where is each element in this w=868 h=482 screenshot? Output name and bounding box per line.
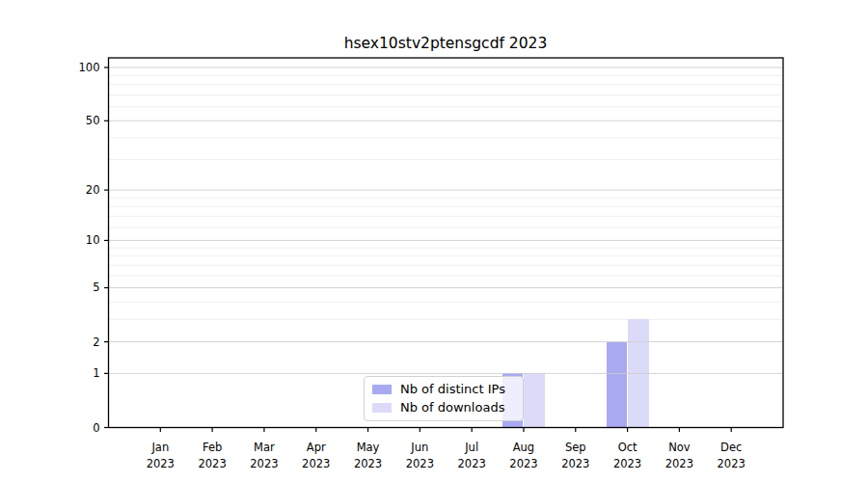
x-tick-label-month-feb: Feb	[203, 441, 222, 454]
legend-swatch-distinct-ips	[372, 385, 392, 394]
bar-downloads-aug	[524, 373, 545, 427]
x-tick-label-month-sep: Sep	[565, 441, 586, 454]
x-tick-label-month-nov: Nov	[668, 441, 691, 454]
y-tick-label-2: 2	[93, 335, 99, 349]
y-tick-label-20: 20	[86, 183, 100, 197]
x-tick-label-year-jun: 2023	[406, 457, 434, 470]
x-tick-label-month-aug: Aug	[513, 441, 534, 454]
x-tick-label-year-jul: 2023	[458, 457, 486, 470]
y-tick-label-100: 100	[79, 61, 100, 74]
plot-border	[109, 58, 784, 428]
x-tick-label-year-apr: 2023	[302, 457, 330, 470]
legend-item-distinct-ips: Nb of distinct IPs	[372, 383, 523, 397]
y-tick-label-0: 0	[93, 421, 99, 435]
x-tick-label-month-mar: Mar	[254, 441, 275, 454]
x-tick-label-year-may: 2023	[354, 457, 382, 470]
y-tick-label-50: 50	[86, 114, 100, 127]
x-tick-label-month-dec: Dec	[720, 441, 742, 454]
legend-swatch-downloads	[372, 403, 392, 413]
x-tick-label-year-feb: 2023	[198, 457, 226, 470]
y-tick-label-1: 1	[93, 366, 99, 380]
x-tick-label-year-jan: 2023	[147, 457, 175, 470]
bar-distinct-ips-oct	[607, 342, 628, 428]
legend-label-distinct-ips: Nb of distinct IPs	[400, 383, 505, 397]
legend-label-downloads: Nb of downloads	[400, 401, 504, 415]
x-tick-label-month-jan: Jan	[150, 441, 169, 454]
legend: Nb of distinct IPs Nb of downloads	[364, 376, 524, 421]
y-tick-label-5: 5	[93, 281, 99, 294]
x-tick-label-month-apr: Apr	[307, 441, 326, 454]
x-tick-label-month-jun: Jun	[410, 441, 428, 454]
x-tick-label-year-nov: 2023	[665, 457, 693, 470]
x-tick-label-month-oct: Oct	[618, 441, 637, 454]
x-tick-label-year-sep: 2023	[561, 457, 589, 470]
legend-item-downloads: Nb of downloads	[372, 401, 523, 415]
y-tick-label-10: 10	[86, 233, 100, 247]
x-tick-label-month-jul: Jul	[464, 441, 478, 454]
x-tick-label-year-oct: 2023	[613, 457, 641, 470]
x-tick-label-year-dec: 2023	[718, 457, 746, 470]
x-tick-label-year-aug: 2023	[509, 457, 537, 470]
x-tick-label-year-mar: 2023	[250, 457, 278, 470]
figure: hsex10stv2ptensgcdf 2023 0125102050100Ja…	[0, 0, 868, 482]
x-tick-label-month-may: May	[357, 441, 380, 454]
